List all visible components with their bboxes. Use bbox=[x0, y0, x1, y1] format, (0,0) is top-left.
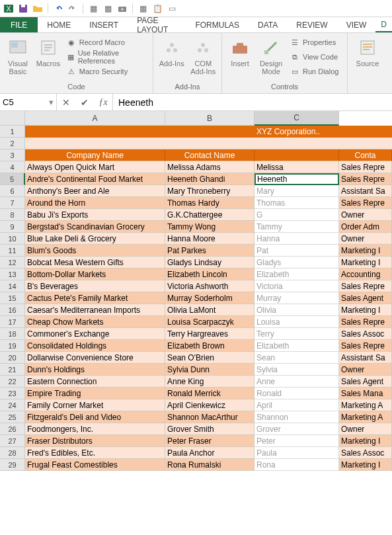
cell-company[interactable]: Cactus Pete's Family Market bbox=[25, 292, 165, 304]
cell-title[interactable]: Sales Agent bbox=[339, 376, 392, 388]
cell-firstname[interactable]: Tammy bbox=[255, 221, 339, 233]
paste-icon[interactable]: 📋 bbox=[151, 3, 163, 15]
view-code-button[interactable]: ⧉View Code bbox=[288, 50, 340, 63]
col-header-empty[interactable] bbox=[255, 149, 339, 161]
cell-title[interactable]: Marketing I bbox=[339, 304, 392, 316]
cell-firstname[interactable]: Olivia bbox=[255, 304, 339, 316]
cell-contact[interactable]: Paula Anchor bbox=[165, 447, 255, 459]
undo-icon[interactable] bbox=[52, 3, 64, 15]
cell-title[interactable]: Marketing I bbox=[339, 245, 392, 257]
cell-contact[interactable]: Rona Rumalski bbox=[165, 459, 255, 471]
row-header[interactable]: 2 bbox=[0, 138, 25, 149]
design-mode-button[interactable]: Design Mode bbox=[256, 34, 286, 75]
cell-company[interactable]: Caesar's Mediterranean Imports bbox=[25, 304, 165, 316]
macro-security-button[interactable]: ⚠Macro Security bbox=[65, 65, 149, 78]
row-header[interactable]: 21 bbox=[0, 364, 25, 376]
cell-firstname[interactable]: Louisa bbox=[255, 316, 339, 328]
newdoc-icon[interactable]: ▭ bbox=[166, 3, 178, 15]
title-cell[interactable] bbox=[25, 126, 165, 138]
camera-icon[interactable] bbox=[116, 3, 128, 15]
cell-company[interactable]: Always Open Quick Mart bbox=[25, 161, 165, 173]
cell-company[interactable]: Cheap Chow Markets bbox=[25, 316, 165, 328]
open-icon[interactable]: ▦ bbox=[87, 3, 99, 15]
cell-firstname[interactable]: Heeneth bbox=[255, 173, 339, 185]
cell-company[interactable]: Dollarwise Convenience Store bbox=[25, 352, 165, 364]
cell-contact[interactable]: Victoria Ashworth bbox=[165, 280, 255, 292]
macros-button[interactable]: Macros bbox=[34, 34, 62, 67]
cell-title[interactable]: Marketing I bbox=[339, 459, 392, 471]
insert-icon[interactable]: ▦ bbox=[137, 3, 149, 15]
cell-firstname[interactable]: Sean bbox=[255, 352, 339, 364]
com-addins-button[interactable]: COM Add-Ins bbox=[189, 34, 218, 75]
cell-firstname[interactable]: Grover bbox=[255, 423, 339, 435]
cell-contact[interactable]: Sylvia Dunn bbox=[165, 364, 255, 376]
title-cell[interactable] bbox=[339, 126, 392, 138]
row-header[interactable]: 15 bbox=[0, 292, 25, 304]
cell-company[interactable]: Fred's Edibles, Etc. bbox=[25, 447, 165, 459]
cell-contact[interactable]: Sean O'Brien bbox=[165, 352, 255, 364]
cell-contact[interactable]: Elizabeth Lincoln bbox=[165, 268, 255, 280]
tab-formulas[interactable]: FORMULAS bbox=[186, 17, 249, 32]
tab-insert[interactable]: INSERT bbox=[80, 17, 128, 32]
cell-title[interactable]: Marketing I bbox=[339, 257, 392, 268]
cell[interactable] bbox=[25, 138, 165, 149]
row-header[interactable]: 1 bbox=[0, 126, 25, 138]
cell-contact[interactable]: Heeneth Ghandi bbox=[165, 173, 255, 185]
cell-contact[interactable]: Pat Parkes bbox=[165, 245, 255, 257]
select-all-corner[interactable] bbox=[0, 111, 25, 126]
row-header[interactable]: 4 bbox=[0, 161, 25, 173]
cell-company[interactable]: Empire Trading bbox=[25, 388, 165, 399]
col-header-contact[interactable]: Contact Name bbox=[165, 149, 255, 161]
row-header[interactable]: 10 bbox=[0, 233, 25, 245]
cell-firstname[interactable]: Hanna bbox=[255, 233, 339, 245]
cell-firstname[interactable]: Thomas bbox=[255, 197, 339, 209]
cell-contact[interactable]: Murray Soderholm bbox=[165, 292, 255, 304]
row-header[interactable]: 22 bbox=[0, 376, 25, 388]
row-header[interactable]: 11 bbox=[0, 245, 25, 257]
cancel-formula-button[interactable]: ✕ bbox=[57, 97, 75, 108]
cell-firstname[interactable]: Paula bbox=[255, 447, 339, 459]
row-header[interactable]: 17 bbox=[0, 316, 25, 328]
cell-contact[interactable]: Anne King bbox=[165, 376, 255, 388]
cell-contact[interactable]: Louisa Scarpaczyk bbox=[165, 316, 255, 328]
col-header-a[interactable]: A bbox=[25, 111, 165, 126]
cell-contact[interactable]: Gladys Lindsay bbox=[165, 257, 255, 268]
cell-company[interactable]: B's Beverages bbox=[25, 280, 165, 292]
cell-contact[interactable]: Terry Hargreaves bbox=[165, 328, 255, 340]
row-header[interactable]: 7 bbox=[0, 197, 25, 209]
enter-formula-button[interactable]: ✔ bbox=[75, 97, 94, 108]
cell-firstname[interactable]: G bbox=[255, 209, 339, 221]
cell-company[interactable]: Blum's Goods bbox=[25, 245, 165, 257]
cell-company[interactable]: Bottom-Dollar Markets bbox=[25, 268, 165, 280]
row-header[interactable]: 12 bbox=[0, 257, 25, 268]
row-header[interactable]: 25 bbox=[0, 411, 25, 423]
cell-contact[interactable]: Grover Smith bbox=[165, 423, 255, 435]
cell-contact[interactable]: Olivia LaMont bbox=[165, 304, 255, 316]
formula-input[interactable]: Heeneth bbox=[113, 94, 392, 110]
cell-contact[interactable]: Melissa Adams bbox=[165, 161, 255, 173]
row-header[interactable]: 14 bbox=[0, 280, 25, 292]
row-header[interactable]: 28 bbox=[0, 447, 25, 459]
cell-title[interactable]: Owner bbox=[339, 233, 392, 245]
cell-firstname[interactable]: Peter bbox=[255, 435, 339, 447]
cell-company[interactable]: Foodmongers, Inc. bbox=[25, 423, 165, 435]
row-header[interactable]: 29 bbox=[0, 459, 25, 471]
cell-contact[interactable]: Shannon MacArthur bbox=[165, 411, 255, 423]
cell-contact[interactable]: Thomas Hardy bbox=[165, 197, 255, 209]
record-macro-button[interactable]: ◉Record Macro bbox=[65, 36, 149, 49]
redo-icon[interactable] bbox=[67, 3, 79, 15]
cell-firstname[interactable]: Shannon bbox=[255, 411, 339, 423]
cell-firstname[interactable]: Elizabeth bbox=[255, 268, 339, 280]
cell-firstname[interactable]: Elizabeth bbox=[255, 340, 339, 352]
cell-firstname[interactable]: Victoria bbox=[255, 280, 339, 292]
grid-icon[interactable]: ▦ bbox=[102, 3, 114, 15]
row-header[interactable]: 20 bbox=[0, 352, 25, 364]
cell-contact[interactable]: Elizabeth Brown bbox=[165, 340, 255, 352]
cell-title[interactable]: Sales Repre bbox=[339, 161, 392, 173]
cell-firstname[interactable]: Mary bbox=[255, 185, 339, 197]
tab-home[interactable]: HOME bbox=[38, 17, 80, 32]
row-header[interactable]: 24 bbox=[0, 399, 25, 411]
col-header-company[interactable]: Company Name bbox=[25, 149, 165, 161]
cell-title[interactable]: Marketing A bbox=[339, 411, 392, 423]
cell-title[interactable]: Sales Repre bbox=[339, 340, 392, 352]
